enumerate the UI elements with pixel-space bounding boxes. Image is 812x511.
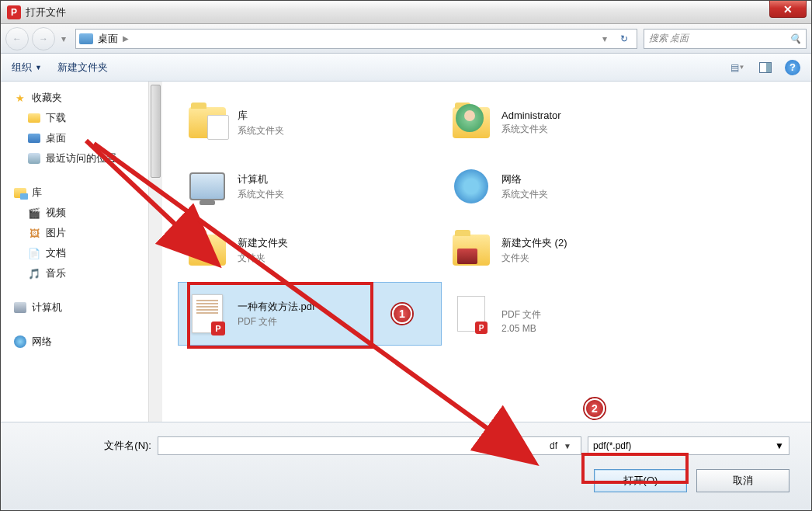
music-icon: 🎵 (27, 267, 41, 280)
sidebar-item-videos[interactable]: 🎬视频 (13, 203, 159, 223)
pdf-file-icon (192, 294, 223, 333)
list-item[interactable]: 新建文件夹 (2)文件夹 (442, 218, 706, 282)
window-title: 打开文件 (26, 5, 66, 19)
list-item[interactable]: 网络系统文件夹 (442, 155, 706, 218)
pane-icon (759, 62, 772, 73)
back-button[interactable]: ← (5, 27, 29, 50)
dialog-footer: 文件名(N): df▼ pdf(*.pdf) ▼ 打开(O) 取消 (1, 422, 811, 510)
app-icon: P (7, 5, 21, 19)
view-mode-button[interactable]: ▤ ▼ (729, 61, 746, 75)
filetype-select[interactable]: pdf(*.pdf) ▼ (588, 436, 789, 455)
sidebar-favorites[interactable]: ★收藏夹 (13, 88, 159, 108)
location-text: 桌面 (98, 32, 118, 46)
location-icon (79, 33, 93, 44)
sidebar-computer[interactable]: 计算机 (13, 297, 159, 318)
location-dropdown[interactable]: ▾ (599, 27, 610, 50)
user-folder-icon (453, 107, 490, 138)
list-item[interactable]: 新建文件夹文件夹 (178, 218, 442, 282)
folder-icon (453, 235, 490, 266)
library-icon (14, 188, 26, 198)
sidebar-item-desktop[interactable]: 桌面 (13, 128, 159, 148)
open-file-dialog: P 打开文件 ✕ ← → ▾ 桌面 ▶ ▾ ↻ 搜索 桌面 🔍 组织 ▼ 新建文… (0, 0, 812, 511)
list-item[interactable]: PDF 文件2.05 MB (442, 282, 706, 346)
sidebar-item-downloads[interactable]: 下载 (13, 108, 159, 128)
close-icon: ✕ (783, 3, 793, 16)
library-folder-icon (189, 107, 226, 138)
search-placeholder: 搜索 桌面 (649, 32, 689, 45)
computer-icon (14, 302, 26, 313)
sidebar-item-recent[interactable]: 最近访问的位置 (13, 148, 159, 169)
view-icon: ▤ (730, 62, 739, 73)
network-icon (14, 335, 26, 348)
new-folder-button[interactable]: 新建文件夹 (57, 61, 108, 75)
forward-button[interactable]: → (32, 27, 55, 50)
document-icon: 📄 (27, 247, 41, 259)
list-item[interactable]: Administrator系统文件夹 (442, 91, 706, 155)
sidebar-libraries[interactable]: 库 (13, 182, 159, 203)
filetype-value: pdf(*.pdf) (593, 440, 631, 451)
network-folder-icon (454, 169, 488, 203)
refresh-button[interactable]: ↻ (615, 30, 633, 48)
help-icon: ? (789, 61, 796, 73)
sidebar-item-documents[interactable]: 📄文档 (13, 243, 159, 263)
open-button[interactable]: 打开(O) (594, 469, 687, 492)
list-item[interactable]: 计算机系统文件夹 (178, 155, 442, 218)
video-icon: 🎬 (27, 207, 41, 219)
address-bar[interactable]: 桌面 ▶ ▾ ↻ (75, 29, 637, 49)
chevron-down-icon: ▼ (559, 442, 576, 450)
organize-menu[interactable]: 组织 ▼ (12, 61, 42, 75)
arrow-right-icon: → (39, 33, 48, 44)
star-icon: ★ (13, 92, 27, 104)
chevron-down-icon: ▼ (35, 64, 42, 71)
cancel-button[interactable]: 取消 (696, 469, 789, 492)
computer-folder-icon (189, 172, 225, 200)
toolbar: 组织 ▼ 新建文件夹 ▤ ▼ ? (1, 54, 811, 82)
history-dropdown[interactable]: ▾ (58, 27, 69, 50)
folder-icon (28, 113, 40, 123)
folder-icon (189, 235, 226, 266)
sidebar-item-music[interactable]: 🎵音乐 (13, 263, 159, 283)
breadcrumb-arrow-icon: ▶ (123, 34, 129, 43)
recent-icon (28, 153, 40, 164)
annotation-badge-2: 2 (585, 398, 605, 419)
filename-input[interactable]: df▼ (158, 436, 581, 455)
search-input[interactable]: 搜索 桌面 🔍 (644, 29, 807, 49)
sidebar-network[interactable]: 网络 (13, 332, 159, 352)
picture-icon: 🖼 (27, 227, 41, 239)
sidebar-scrollbar[interactable] (148, 82, 162, 422)
arrow-left-icon: ← (12, 33, 22, 44)
list-item[interactable]: 库系统文件夹 (178, 91, 442, 155)
preview-pane-button[interactable] (757, 61, 774, 75)
search-icon: 🔍 (789, 33, 801, 44)
pdf-file-icon (457, 296, 485, 332)
chevron-down-icon: ▼ (775, 440, 784, 451)
desktop-icon (28, 134, 40, 143)
sidebar-item-pictures[interactable]: 🖼图片 (13, 223, 159, 243)
file-list: 库系统文件夹 Administrator系统文件夹 计算机系统文件夹 网络系统文… (162, 82, 811, 422)
annotation-badge-1: 1 (392, 304, 412, 324)
help-button[interactable]: ? (785, 60, 800, 75)
titlebar: P 打开文件 ✕ (1, 1, 811, 24)
dialog-body: ★收藏夹 下载 桌面 最近访问的位置 库 🎬视频 🖼图片 📄文档 🎵音乐 计算机… (1, 82, 811, 422)
filename-label: 文件名(N): (23, 439, 151, 453)
navbar: ← → ▾ 桌面 ▶ ▾ ↻ 搜索 桌面 🔍 (1, 24, 811, 54)
close-button[interactable]: ✕ (769, 1, 807, 18)
scrollbar-thumb[interactable] (151, 85, 161, 178)
sidebar: ★收藏夹 下载 桌面 最近访问的位置 库 🎬视频 🖼图片 📄文档 🎵音乐 计算机… (1, 82, 162, 422)
